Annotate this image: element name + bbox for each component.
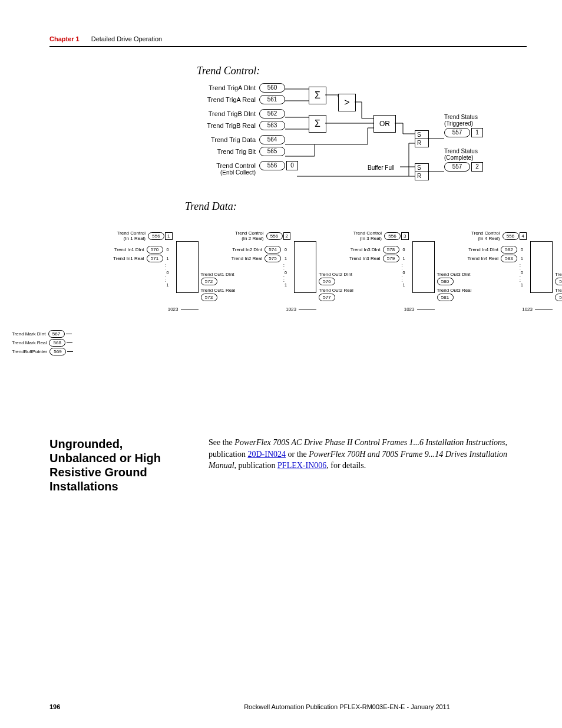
page-header: Chapter 1 Detailed Drive Operation: [49, 35, 527, 47]
tc-input-label: Trend TrigA DInt: [197, 84, 256, 91]
param-pill: 568: [49, 339, 65, 347]
param-pill: 561: [259, 95, 285, 104]
section-heading: Ungrounded, Unbalanced or High Resistive…: [49, 437, 191, 493]
param-pill: 556: [259, 161, 285, 170]
trend-mark-params: Trend Mark DInt567 Trend Mark Real568 Tr…: [12, 330, 73, 357]
chapter-title: Detailed Drive Operation: [91, 35, 162, 42]
sum-block: Σ: [309, 115, 326, 133]
link-20d-in024[interactable]: 20D-IN024: [248, 450, 286, 459]
td-channel-2: Trend Control(In 2 Real)5562Trend In2 DI…: [180, 230, 291, 288]
mark-label: TrendBuffPointer: [12, 349, 47, 354]
param-pill: 569: [49, 348, 66, 355]
page-footer: 196 Rockwell Automation Publication PFLE…: [49, 703, 527, 710]
tc-input-label: Trend Trig Bit: [197, 148, 256, 155]
td-channel-4: Trend Control(In 4 Real)5564Trend In4 DI…: [416, 230, 527, 288]
sum-block: Σ: [309, 87, 326, 104]
tc-input-label: Trend TrigA Real: [197, 96, 256, 103]
td-channel-1: Trend Control(In 1 Real)5561Trend In1 DI…: [61, 230, 173, 288]
gt-block: >: [338, 94, 356, 111]
page-number: 196: [49, 703, 167, 710]
trend-data-title: Trend Data:: [185, 200, 527, 213]
publication-info: Rockwell Automation Publication PFLEX-RM…: [167, 703, 527, 710]
chapter-label: Chapter 1: [49, 35, 80, 42]
out-sublabel: (Triggered): [444, 120, 491, 127]
section-body: See the PowerFlex 700S AC Drive Phase II…: [209, 437, 527, 493]
trend-control-diagram: Trend Control: Trend TrigA DInt560 Trend…: [197, 65, 527, 200]
trend-control-title: Trend Control:: [197, 65, 527, 77]
sr-latch: S R: [415, 130, 429, 147]
or-block: OR: [373, 115, 396, 133]
section-ungrounded: Ungrounded, Unbalanced or High Resistive…: [49, 437, 527, 493]
out-sublabel: (Complete): [444, 154, 491, 161]
param-pill: 557: [444, 128, 470, 137]
tc-input-label: Trend Control: [197, 162, 256, 169]
bit-box: 2: [471, 162, 483, 172]
link-pflex-in006[interactable]: PFLEX-IN006: [277, 461, 326, 470]
bit-box: 0: [286, 161, 298, 170]
param-pill: 562: [259, 109, 285, 118]
trend-data-diagram: Trend Control(In 1 Real)5561Trend In1 DI…: [61, 230, 527, 366]
tc-input-sublabel: (Enbl Collect): [197, 169, 256, 176]
out-label: Trend Status: [444, 114, 491, 120]
tc-input-label: Trend Trig Data: [197, 136, 256, 143]
param-pill: 564: [259, 135, 285, 144]
param-pill: 565: [259, 147, 285, 156]
tc-input-label: Trend TrigB Real: [197, 122, 256, 129]
out-label: Trend Status: [444, 148, 491, 154]
param-pill: 563: [259, 121, 285, 130]
td-channel-3: Trend Control(In 3 Real)5563Trend In3 DI…: [297, 230, 409, 288]
param-pill: 567: [48, 330, 65, 338]
bit-box: 1: [471, 128, 483, 137]
tc-input-label: Trend TrigB DInt: [197, 110, 256, 117]
param-pill: 557: [444, 162, 470, 172]
param-pill: 560: [259, 83, 285, 93]
mark-label: Trend Mark DInt: [12, 331, 46, 337]
mark-label: Trend Mark Real: [12, 340, 47, 345]
buffer-full-label: Buffer Full: [368, 164, 394, 171]
sr-latch: S R: [415, 163, 429, 180]
